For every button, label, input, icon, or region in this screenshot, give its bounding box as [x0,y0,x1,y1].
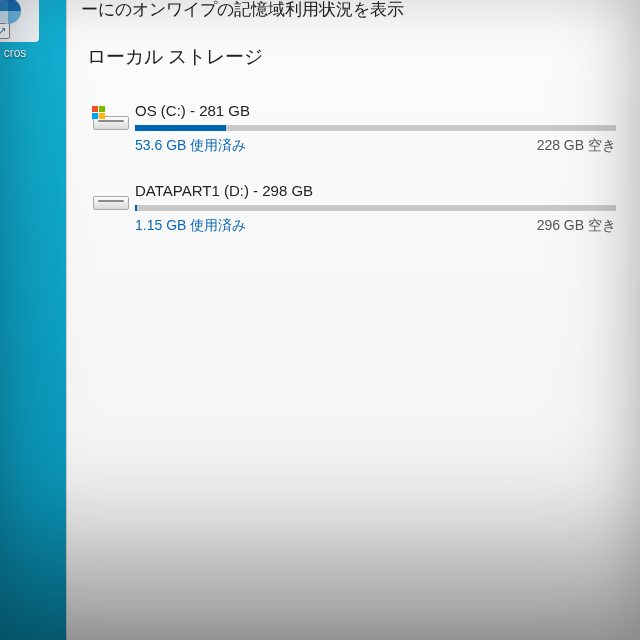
edge-icon: ↗ [0,0,39,42]
used-text: 1.15 GB 使用済み [135,217,246,235]
usage-bar-fill [135,125,226,131]
page-description-fragment: ーにのオンワイプの記憶域利用状況を表示 [81,0,630,24]
shortcut-arrow-icon: ↗ [0,23,10,39]
desktop-background: ↗ cros ーにのオンワイプの記憶域利用状況を表示 ローカル ストレージ OS… [0,0,640,640]
data-drive-icon [93,182,135,210]
desktop-shortcut-label: cros [0,46,50,60]
storage-settings-pane: ーにのオンワイプの記憶域利用状況を表示 ローカル ストレージ OS (C:) -… [66,0,640,640]
drive-item-d[interactable]: DATAPART1 (D:) - 298 GB 1.15 GB 使用済み 296… [93,182,616,235]
desktop-shortcut[interactable]: ↗ cros [0,0,50,60]
os-drive-icon [93,102,135,130]
drive-title: OS (C:) - 281 GB [135,102,616,119]
usage-bar [135,205,616,211]
drive-title: DATAPART1 (D:) - 298 GB [135,182,616,199]
free-text: 296 GB 空き [537,217,616,235]
usage-bar [135,125,616,131]
usage-bar-fill [135,205,137,211]
section-title-local-storage: ローカル ストレージ [87,44,263,70]
used-text: 53.6 GB 使用済み [135,137,246,155]
drive-item-c[interactable]: OS (C:) - 281 GB 53.6 GB 使用済み 228 GB 空き [93,102,616,155]
free-text: 228 GB 空き [537,137,616,155]
